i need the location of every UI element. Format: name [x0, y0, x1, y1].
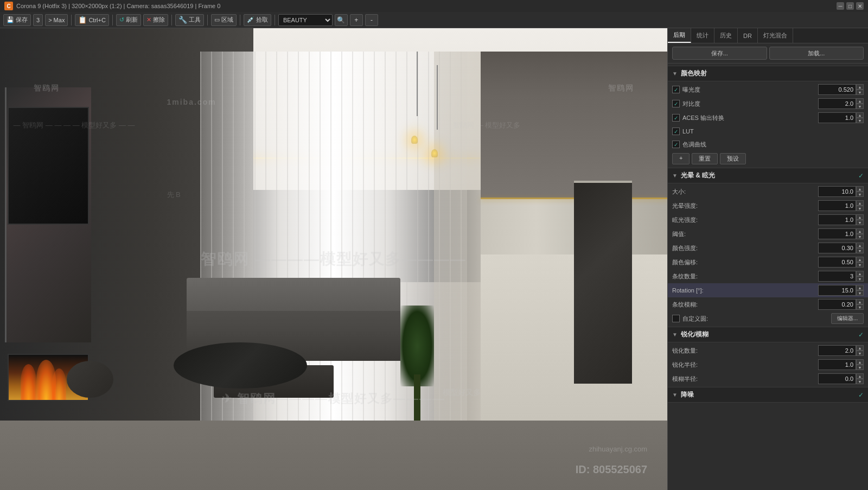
maximize-button[interactable]: □ [846, 2, 854, 10]
exposure-down[interactable]: ▼ [856, 90, 864, 95]
save-label: 保存 [16, 16, 28, 24]
beauty-select[interactable]: BEAUTY DIFFUSE REFLECTION REFRACTION DEP… [278, 14, 333, 26]
save-button[interactable]: 保存... [672, 47, 767, 60]
bloom-intensity-spinner[interactable]: ▲ ▼ [856, 200, 864, 211]
aces-spinner[interactable]: ▲ ▼ [856, 112, 864, 123]
rotation-up[interactable]: ▲ [856, 285, 864, 290]
threshold-spinner[interactable]: ▲ ▼ [856, 228, 864, 239]
contrast-down[interactable]: ▼ [856, 104, 864, 109]
exposure-up[interactable]: ▲ [856, 84, 864, 90]
glare-intensity-down[interactable]: ▼ [856, 220, 864, 225]
tab-history[interactable]: 历史 [714, 28, 738, 43]
size-down[interactable]: ▼ [856, 192, 864, 197]
param-streak-count: 条纹数量: 3 ▲ ▼ [668, 269, 868, 283]
threshold-up[interactable]: ▲ [856, 228, 864, 234]
sharpen-radius-spinner[interactable]: ▲ ▼ [856, 359, 864, 370]
zoom-in-button[interactable]: + [350, 14, 363, 26]
toolbar-sep-2 [112, 15, 113, 26]
exposure-checkbox[interactable]: ✓ [672, 86, 680, 93]
bloom-intensity-up[interactable]: ▲ [856, 200, 864, 206]
tab-light-mix[interactable]: 灯光混合 [758, 28, 793, 43]
blur-radius-up[interactable]: ▲ [856, 373, 864, 379]
streak-count-spinner[interactable]: ▲ ▼ [856, 271, 864, 282]
zoom-fit-button[interactable]: 🔍 [335, 14, 348, 26]
lut-checkbox[interactable]: ✓ [672, 128, 680, 135]
tab-stats[interactable]: 统计 [691, 28, 714, 43]
aces-down[interactable]: ▼ [856, 118, 864, 123]
color-shift-value: 0.50 [818, 257, 856, 268]
refresh-button[interactable]: ↺ 刷新 [116, 14, 141, 26]
rotation-down[interactable]: ▼ [856, 290, 864, 296]
section-bloom-glare[interactable]: ▼ 光晕 & 眩光 ✓ [668, 168, 868, 183]
custom-circle-checkbox[interactable] [672, 315, 680, 322]
aces-checkbox[interactable]: ✓ [672, 114, 680, 122]
erase-button[interactable]: ✕ 擦除 [143, 14, 168, 26]
color-mapping-content: ✓ 曝光度 0.520 ▲ ▼ ✓ 对比度 2.0 ▲ ▼ [668, 81, 868, 168]
color-shift-down[interactable]: ▼ [856, 262, 864, 268]
region-button[interactable]: ▭ 区域 [211, 14, 237, 26]
arrow-max-button[interactable]: > Max [45, 14, 68, 26]
tab-dr[interactable]: DR [738, 28, 758, 43]
sharpen-radius-down[interactable]: ▼ [856, 365, 864, 370]
curve-preset-btn[interactable]: 预设 [720, 153, 746, 164]
size-up[interactable]: ▲ [856, 186, 864, 192]
color-strength-spinner[interactable]: ▲ ▼ [856, 243, 864, 253]
sharpen-amount-down[interactable]: ▼ [856, 351, 864, 356]
pick-button[interactable]: 💉 拾取 [244, 14, 271, 26]
aces-up[interactable]: ▲ [856, 112, 864, 118]
section-noise-reduction[interactable]: ▼ 降噪 ✓ [668, 387, 868, 403]
panel-content: ▼ 颜色映射 ✓ 曝光度 0.520 ▲ ▼ ✓ 对比度 2 [668, 63, 868, 490]
glare-intensity-up[interactable]: ▲ [856, 214, 864, 220]
custom-circle-edit-btn[interactable]: 编辑器... [831, 313, 864, 324]
param-sharpen-radius: 锐化半径: 1.0 ▲ ▼ [668, 358, 868, 372]
color-shift-up[interactable]: ▲ [856, 257, 864, 262]
pendant-cord-2 [437, 65, 438, 130]
contrast-spinner[interactable]: ▲ ▼ [856, 98, 864, 109]
size-spinner[interactable]: ▲ ▼ [856, 186, 864, 197]
streak-count-down[interactable]: ▼ [856, 276, 864, 282]
curve-add-btn[interactable]: + [672, 153, 690, 164]
contrast-checkbox[interactable]: ✓ [672, 100, 680, 107]
color-strength-up[interactable]: ▲ [856, 243, 864, 248]
toolbar-sep-3 [171, 15, 172, 26]
blur-radius-spinner[interactable]: ▲ ▼ [856, 373, 864, 384]
bloom-glare-content: 大小: 10.0 ▲ ▼ 光晕强度: 1.0 ▲ ▼ [668, 183, 868, 327]
panel-actions: 保存... 加载... [668, 43, 868, 63]
blur-radius-down[interactable]: ▼ [856, 379, 864, 384]
streak-count-up[interactable]: ▲ [856, 271, 864, 276]
panel-tabs: 后期 统计 历史 DR 灯光混合 [668, 28, 868, 43]
sharpen-check[interactable]: ✓ [858, 331, 864, 339]
bloom-intensity-down[interactable]: ▼ [856, 206, 864, 211]
section-sharpen-blur[interactable]: ▼ 锐化/模糊 ✓ [668, 327, 868, 342]
load-button[interactable]: 加载... [769, 47, 864, 60]
pendant-light-1 [414, 52, 420, 144]
streak-blur-spinner[interactable]: ▲ ▼ [856, 299, 864, 310]
bloom-check[interactable]: ✓ [858, 172, 864, 180]
save-button[interactable]: 💾 保存 [3, 14, 31, 26]
copy-button[interactable]: 📋 Ctrl+C [75, 14, 108, 26]
contrast-up[interactable]: ▲ [856, 98, 864, 104]
sharpen-amount-spinner[interactable]: ▲ ▼ [856, 345, 864, 356]
curve-reset-btn[interactable]: 重置 [692, 153, 718, 164]
streak-blur-up[interactable]: ▲ [856, 299, 864, 304]
tab-post[interactable]: 后期 [668, 28, 691, 43]
rotation-spinner[interactable]: ▲ ▼ [856, 285, 864, 296]
sharpen-amount-up[interactable]: ▲ [856, 345, 864, 351]
sharpen-radius-up[interactable]: ▲ [856, 359, 864, 365]
streak-blur-down[interactable]: ▼ [856, 304, 864, 310]
section-arrow-noise: ▼ [672, 392, 678, 398]
param-sharpen-amount: 锐化数量: 2.0 ▲ ▼ [668, 343, 868, 358]
minimize-button[interactable]: ─ [837, 2, 844, 10]
section-color-mapping[interactable]: ▼ 颜色映射 [668, 66, 868, 81]
threshold-down[interactable]: ▼ [856, 234, 864, 239]
tools-button[interactable]: 🔧 工具 [175, 14, 204, 26]
zoom-out-button[interactable]: - [365, 14, 378, 26]
number-button[interactable]: 3 [33, 14, 43, 26]
colorcurve-checkbox[interactable]: ✓ [672, 141, 680, 148]
exposure-spinner[interactable]: ▲ ▼ [856, 84, 864, 95]
close-button[interactable]: ✕ [856, 2, 864, 10]
color-strength-down[interactable]: ▼ [856, 248, 864, 253]
glare-intensity-spinner[interactable]: ▲ ▼ [856, 214, 864, 225]
noise-check[interactable]: ✓ [858, 391, 864, 399]
color-shift-spinner[interactable]: ▲ ▼ [856, 257, 864, 268]
